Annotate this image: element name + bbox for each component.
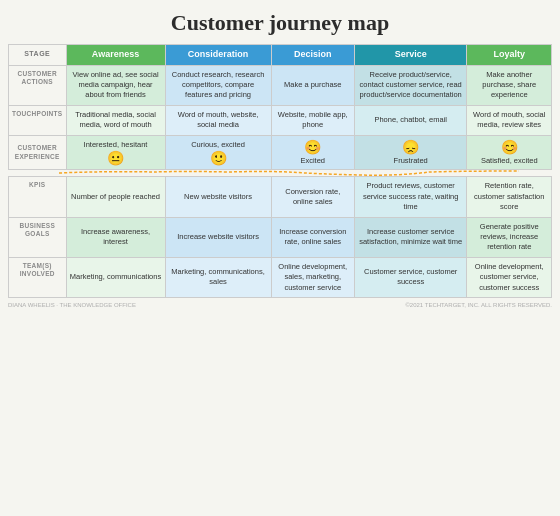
cell-4-2: Increase conversion rate, online sales — [271, 217, 354, 257]
journey-map-table: STAGE Awareness Consideration Decision S… — [8, 44, 552, 298]
cell-2-0: Interested, hesitant😐 — [66, 135, 165, 170]
cell-0-4: Make another purchase, share experience — [467, 65, 552, 105]
cell-3-3: Product reviews, customer service succes… — [354, 177, 467, 217]
row-label-4: BUSINESS GOALS — [9, 217, 67, 257]
cell-2-2: 😊Excited — [271, 135, 354, 170]
cell-2-4: 😊Satisfied, excited — [467, 135, 552, 170]
cell-1-1: Word of mouth, website, social media — [165, 105, 271, 135]
cell-5-1: Marketing, communications, sales — [165, 257, 271, 297]
footer-left: DIANA WHEELIS · THE KNOWLEDGE OFFICE — [8, 302, 136, 308]
cell-4-3: Increase customer service satisfaction, … — [354, 217, 467, 257]
cell-5-3: Customer service, customer success — [354, 257, 467, 297]
col-header-decision: Decision — [271, 45, 354, 66]
row-label-3: KPIS — [9, 177, 67, 217]
cell-4-4: Generate positive reviews, increase rete… — [467, 217, 552, 257]
col-header-awareness: Awareness — [66, 45, 165, 66]
cell-0-1: Conduct research, research competitors, … — [165, 65, 271, 105]
row-label-2: CUSTOMER EXPERIENCE — [9, 135, 67, 170]
page-wrapper: Customer journey map STAGE Awareness Con… — [0, 0, 560, 316]
cell-1-4: Word of mouth, social media, review site… — [467, 105, 552, 135]
cell-2-3: 😞Frustrated — [354, 135, 467, 170]
cell-3-4: Retention rate, customer satisfaction sc… — [467, 177, 552, 217]
row-label-5: TEAM(S) INVOLVED — [9, 257, 67, 297]
cell-3-1: New website visitors — [165, 177, 271, 217]
journey-line-separator — [9, 170, 552, 177]
footer: DIANA WHEELIS · THE KNOWLEDGE OFFICE ©20… — [8, 302, 552, 308]
row-label-0: CUSTOMER ACTIONS — [9, 65, 67, 105]
cell-5-4: Online development, customer service, cu… — [467, 257, 552, 297]
cell-1-3: Phone, chatbot, email — [354, 105, 467, 135]
col-header-service: Service — [354, 45, 467, 66]
cell-0-3: Receive product/service, contact custome… — [354, 65, 467, 105]
cell-5-2: Online development, sales, marketing, cu… — [271, 257, 354, 297]
cell-0-0: View online ad, see social media campaig… — [66, 65, 165, 105]
cell-2-1: Curious, excited🙂 — [165, 135, 271, 170]
col-header-consideration: Consideration — [165, 45, 271, 66]
cell-1-2: Website, mobile app, phone — [271, 105, 354, 135]
stage-label: STAGE — [9, 45, 67, 66]
col-header-loyalty: Loyalty — [467, 45, 552, 66]
cell-4-1: Increase website visitors — [165, 217, 271, 257]
cell-3-0: Number of people reached — [66, 177, 165, 217]
row-label-1: TOUCHPOINTS — [9, 105, 67, 135]
cell-1-0: Traditional media, social media, word of… — [66, 105, 165, 135]
cell-3-2: Conversion rate, online sales — [271, 177, 354, 217]
page-title: Customer journey map — [8, 10, 552, 36]
footer-right: ©2021 TECHTARGET, INC. ALL RIGHTS RESERV… — [405, 302, 552, 308]
cell-5-0: Marketing, communications — [66, 257, 165, 297]
cell-0-2: Make a purchase — [271, 65, 354, 105]
cell-4-0: Increase awareness, interest — [66, 217, 165, 257]
